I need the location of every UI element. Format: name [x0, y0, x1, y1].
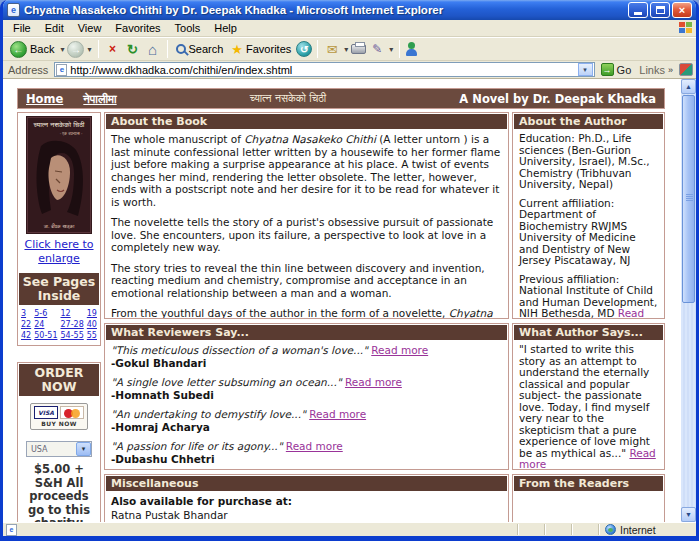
review-author: -Gokul Bhandari [111, 357, 502, 370]
ie-document-icon: e [56, 64, 67, 76]
home-link[interactable]: Home [26, 92, 63, 106]
status-pane [517, 524, 541, 535]
addon-icon[interactable] [679, 63, 693, 76]
scrollbar-track[interactable] [681, 94, 696, 507]
review-read-more-link[interactable]: Read more [371, 344, 428, 356]
address-bar: Address e http://www.dkhadka.com/chithi/… [3, 61, 696, 79]
enlarge-cover-link[interactable]: Click here to enlarge [18, 235, 100, 272]
select-dropdown-icon[interactable]: ▾ [76, 442, 91, 456]
review-read-more-link[interactable]: Read more [309, 408, 366, 420]
search-button[interactable]: Search [173, 39, 227, 59]
messenger-button[interactable] [405, 42, 418, 57]
country-select[interactable]: USA ▾ [26, 441, 92, 457]
toolbar-separator [98, 40, 99, 58]
see-pages-inside-header: See Pages Inside [19, 273, 99, 305]
menu-edit[interactable]: Edit [38, 21, 71, 35]
review-read-more-link[interactable]: Read more [286, 440, 343, 452]
about-author-paragraph: Education: Ph.D., Life sciences (Ben-Gur… [519, 133, 658, 191]
cover-title-nepali: च्यात्न नसकेको चिठी [33, 121, 85, 129]
book-cover-image[interactable]: च्यात्न नसकेको चिठी - एक उपन्यास - डा. द… [18, 113, 100, 235]
scroll-down-button[interactable]: ▼ [681, 507, 696, 522]
page-link[interactable]: 12 [61, 309, 84, 318]
print-button[interactable] [351, 44, 366, 54]
buy-now-label: BUY NOW [41, 420, 76, 427]
from-readers-header: From the Readers [514, 476, 663, 491]
status-bar: e Internet [3, 522, 696, 536]
address-url[interactable]: http://www.dkhadka.com/chithi/en/index.s… [70, 64, 574, 76]
minimize-button[interactable] [628, 2, 648, 18]
page-link[interactable]: 54-55 [61, 331, 84, 340]
edit-caret[interactable]: ▾ [388, 45, 394, 54]
back-button[interactable]: ← Back [7, 39, 57, 59]
refresh-button[interactable]: ↻ [124, 40, 142, 58]
mail-caret[interactable]: ▾ [343, 45, 349, 54]
home-button[interactable]: ⌂ [144, 40, 162, 58]
review-read-more-link[interactable]: Read more [345, 376, 402, 388]
go-icon: → [601, 63, 614, 76]
back-label: Back [30, 43, 54, 55]
page-link[interactable]: 5-6 [34, 309, 57, 318]
page-link[interactable]: 50-51 [34, 331, 57, 340]
country-selected-value: USA [31, 445, 48, 454]
misc-line: Ratna Pustak Bhandar [111, 509, 502, 522]
links-menu[interactable]: Links » [637, 64, 675, 76]
go-button[interactable]: → Go [599, 63, 634, 76]
close-button[interactable]: × [672, 2, 692, 18]
about-book-paragraph: The whole manuscript of Chyatna Nasakeko… [111, 133, 502, 208]
page-link[interactable]: 40 [87, 320, 97, 329]
toolbar-separator [317, 40, 318, 58]
scrollbar-thumb[interactable] [682, 95, 695, 303]
page-link[interactable]: 3 [21, 309, 31, 318]
toolbar-separator [399, 40, 400, 58]
order-now-header: ORDER NOW [19, 364, 99, 396]
menu-bar: File Edit View Favorites Tools Help [3, 20, 696, 37]
page-link[interactable]: 55 [87, 331, 97, 340]
page-link[interactable]: 27-28 [61, 320, 84, 329]
menu-tools[interactable]: Tools [168, 21, 208, 35]
forward-button[interactable]: → [67, 41, 84, 58]
address-input[interactable]: e http://www.dkhadka.com/chithi/en/index… [54, 62, 594, 77]
miscellaneous-section: Miscellaneous Also available for purchas… [104, 474, 509, 522]
maximize-button[interactable] [650, 2, 670, 18]
address-dropdown-button[interactable]: ▾ [578, 63, 593, 76]
vertical-scrollbar[interactable]: ▲ ▼ [681, 79, 696, 522]
nepali-version-link[interactable]: नेपालीमा [83, 92, 116, 106]
title-bar: e Chyatna Nasakeko Chithi by Dr. Deepak … [3, 0, 696, 20]
page-link[interactable]: 24 [34, 320, 57, 329]
zone-label: Internet [620, 524, 656, 536]
page-link[interactable]: 42 [21, 331, 31, 340]
page-link[interactable]: 19 [87, 309, 97, 318]
menu-favorites[interactable]: Favorites [108, 21, 167, 35]
page-link[interactable]: 22 [21, 320, 31, 329]
favorites-button[interactable]: ★ Favorites [228, 39, 294, 59]
about-author-section: About the Author Education: Ph.D., Life … [512, 112, 665, 319]
search-label: Search [189, 43, 224, 55]
buy-now-button[interactable]: VISA BUY NOW [30, 403, 88, 430]
menu-view[interactable]: View [71, 21, 109, 35]
from-readers-section: From the Readers [512, 474, 665, 522]
mail-button[interactable]: ✉ [323, 40, 341, 58]
stop-button[interactable]: × [104, 40, 122, 58]
back-history-caret[interactable]: ▾ [59, 45, 65, 54]
order-panel: ORDER NOW VISA BUY NOW USA ▾ [17, 362, 101, 522]
scroll-up-button[interactable]: ▲ [681, 79, 696, 94]
status-pane [544, 524, 568, 535]
links-label: Links [639, 64, 665, 76]
toolbar-separator [167, 40, 168, 58]
back-icon: ← [10, 41, 27, 58]
miscellaneous-header: Miscellaneous [106, 476, 507, 491]
review-author: -Homnath Subedi [111, 389, 502, 402]
history-button[interactable]: ↺ [296, 41, 312, 57]
cover-and-pages-panel: च्यात्न नसकेको चिठी - एक उपन्यास - डा. द… [17, 112, 101, 346]
chevron-icon: » [668, 65, 673, 75]
about-book-section: About the Book The whole manuscript of C… [104, 112, 509, 319]
forward-history-caret[interactable]: ▾ [86, 45, 92, 54]
menu-file[interactable]: File [6, 21, 38, 35]
cover-author-nepali: डा. दीपक खड्का [43, 223, 75, 229]
about-book-paragraph: From the youthful days of the author in … [111, 307, 502, 319]
reviewers-section: What Reviewers Say... "This meticulous d… [104, 323, 509, 470]
menu-help[interactable]: Help [207, 21, 244, 35]
about-author-paragraph: Current affiliation: Department of Bioch… [519, 198, 658, 267]
go-label: Go [617, 64, 632, 76]
edit-button[interactable]: ✎ [368, 40, 386, 58]
